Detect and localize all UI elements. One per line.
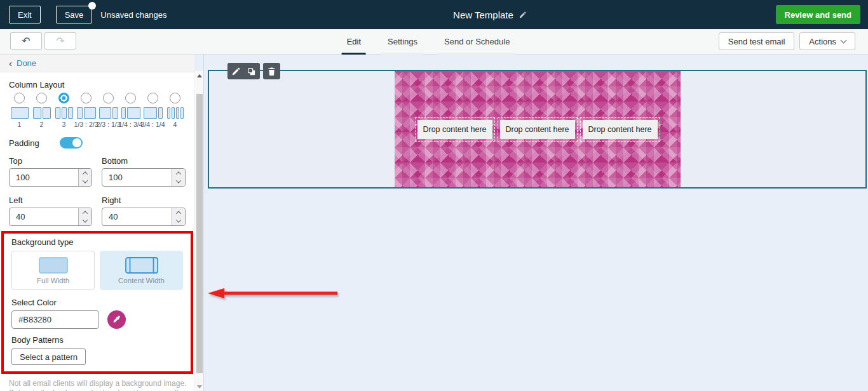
exit-button[interactable]: Exit bbox=[9, 6, 41, 23]
radio-selected-icon[interactable] bbox=[58, 93, 69, 103]
top-bar: Exit Save Unsaved changes New Template R… bbox=[0, 0, 868, 29]
select-color-label: Select Color bbox=[11, 298, 183, 307]
actions-dropdown[interactable]: Actions bbox=[799, 32, 855, 50]
padding-right-label: Right bbox=[102, 196, 186, 205]
dropzone-2[interactable]: Drop content here bbox=[498, 117, 578, 142]
padding-right-field: Right bbox=[102, 196, 186, 226]
dropzone-label: Drop content here bbox=[417, 120, 492, 139]
padding-toggle[interactable] bbox=[60, 137, 83, 149]
email-canvas: Drop content here Drop content here Drop… bbox=[203, 55, 868, 391]
send-test-email-button[interactable]: Send test email bbox=[719, 32, 795, 50]
columns-13-23-icon bbox=[77, 107, 96, 119]
step-down-button[interactable] bbox=[79, 217, 92, 226]
duplicate-block-button[interactable] bbox=[247, 67, 256, 76]
radio-icon[interactable] bbox=[36, 93, 47, 103]
chevron-up-icon bbox=[83, 211, 88, 216]
column-option-13-23[interactable]: 1/3 : 2/3 bbox=[76, 93, 97, 128]
padding-right-stepper bbox=[172, 208, 185, 225]
undo-button[interactable]: ↶ bbox=[10, 32, 42, 50]
full-width-icon bbox=[39, 257, 68, 274]
column-option-3[interactable]: 3 bbox=[53, 93, 74, 128]
template-title: New Template bbox=[453, 0, 527, 29]
column-layout-options: 1 2 3 1/3 : 2/3 2/3 : 1/3 bbox=[9, 93, 186, 128]
step-down-button[interactable] bbox=[79, 178, 92, 187]
save-button[interactable]: Save bbox=[56, 6, 93, 23]
step-up-button[interactable] bbox=[79, 208, 92, 217]
columns-1-icon bbox=[11, 107, 29, 119]
radio-icon[interactable] bbox=[103, 93, 114, 103]
background-content-width-option[interactable]: Content Width bbox=[100, 251, 183, 290]
padding-left-field: Left bbox=[9, 196, 92, 226]
padding-top-stepper bbox=[78, 169, 92, 186]
color-value-input[interactable] bbox=[11, 310, 99, 329]
selected-section[interactable]: Drop content here Drop content here Drop… bbox=[208, 70, 867, 189]
columns-4-icon bbox=[167, 107, 184, 119]
annotation-arrow-left bbox=[206, 286, 341, 301]
tab-send-or-schedule[interactable]: Send or Schedule bbox=[431, 29, 523, 55]
step-down-button[interactable] bbox=[172, 178, 185, 187]
edit-block-button[interactable] bbox=[231, 67, 241, 76]
padding-top-input[interactable] bbox=[10, 169, 78, 186]
column-option-23-13[interactable]: 2/3 : 1/3 bbox=[98, 93, 119, 128]
trash-icon bbox=[267, 67, 276, 76]
tab-edit[interactable]: Edit bbox=[334, 29, 374, 55]
content-width-icon bbox=[125, 257, 158, 274]
editor-tabs: Edit Settings Send or Schedule bbox=[334, 29, 524, 55]
column-option-2[interactable]: 2 bbox=[31, 93, 52, 128]
chevron-up-icon bbox=[83, 171, 88, 176]
redo-icon: ↷ bbox=[56, 35, 64, 47]
radio-icon[interactable] bbox=[147, 93, 158, 103]
edit-title-icon[interactable] bbox=[519, 11, 527, 19]
editor-toolbar: ↶ ↷ Edit Settings Send or Schedule Send … bbox=[0, 29, 868, 55]
step-down-button[interactable] bbox=[172, 217, 185, 226]
column-option-34-14[interactable]: 3/4 : 1/4 bbox=[142, 93, 163, 128]
select-pattern-button[interactable]: Select a pattern bbox=[11, 348, 86, 365]
dropzone-label: Drop content here bbox=[583, 120, 658, 139]
sidebar-scrollbar[interactable] bbox=[194, 71, 203, 391]
columns-23-13-icon bbox=[99, 107, 118, 119]
dropzone-3[interactable]: Drop content here bbox=[580, 117, 660, 142]
column-layout-label: Column Layout bbox=[9, 80, 186, 89]
padding-left-label: Left bbox=[9, 196, 92, 205]
step-up-button[interactable] bbox=[172, 169, 185, 178]
columns-2-icon bbox=[33, 107, 51, 119]
eyedropper-button[interactable] bbox=[107, 310, 126, 329]
chevron-down-icon bbox=[841, 37, 847, 43]
padding-left-input[interactable] bbox=[10, 208, 78, 225]
step-up-button[interactable] bbox=[172, 208, 185, 217]
chevron-down-icon bbox=[176, 178, 181, 183]
delete-block-button[interactable] bbox=[267, 67, 276, 76]
unsaved-dot-badge bbox=[88, 2, 96, 10]
background-full-width-option[interactable]: Full Width bbox=[11, 251, 95, 290]
padding-bottom-stepper bbox=[172, 169, 185, 186]
review-and-send-button[interactable]: Review and send bbox=[776, 5, 860, 24]
pattern-background-block[interactable]: Drop content here Drop content here Drop… bbox=[395, 71, 681, 187]
padding-top-label: Top bbox=[9, 156, 92, 166]
delete-group bbox=[263, 63, 280, 79]
column-option-14-34[interactable]: 1/4 : 3/4 bbox=[120, 93, 141, 128]
scroll-down-button[interactable] bbox=[195, 382, 204, 391]
scroll-up-button[interactable] bbox=[195, 71, 204, 80]
dropzone-1[interactable]: Drop content here bbox=[415, 117, 495, 142]
padding-bottom-input[interactable] bbox=[102, 169, 172, 186]
column-option-1[interactable]: 1 bbox=[9, 93, 30, 128]
copy-icon bbox=[247, 67, 256, 76]
pencil-icon bbox=[231, 67, 241, 76]
tab-settings[interactable]: Settings bbox=[374, 29, 431, 55]
background-type-label: Background type bbox=[11, 237, 183, 247]
radio-icon[interactable] bbox=[170, 93, 180, 103]
padding-right-input[interactable] bbox=[102, 208, 172, 225]
padding-label: Padding bbox=[9, 138, 39, 148]
chevron-down-icon bbox=[83, 178, 88, 183]
done-link[interactable]: Done bbox=[17, 58, 36, 68]
radio-icon[interactable] bbox=[81, 93, 92, 103]
toggle-knob bbox=[72, 138, 81, 147]
step-up-button[interactable] bbox=[79, 169, 92, 178]
redo-button[interactable]: ↷ bbox=[44, 32, 76, 50]
radio-icon[interactable] bbox=[125, 93, 136, 103]
radio-icon[interactable] bbox=[14, 93, 25, 103]
columns-14-34-icon bbox=[121, 107, 140, 119]
scrollbar-thumb[interactable] bbox=[196, 94, 203, 373]
column-option-4[interactable]: 4 bbox=[165, 93, 186, 128]
save-button-wrap: Save bbox=[56, 6, 93, 23]
